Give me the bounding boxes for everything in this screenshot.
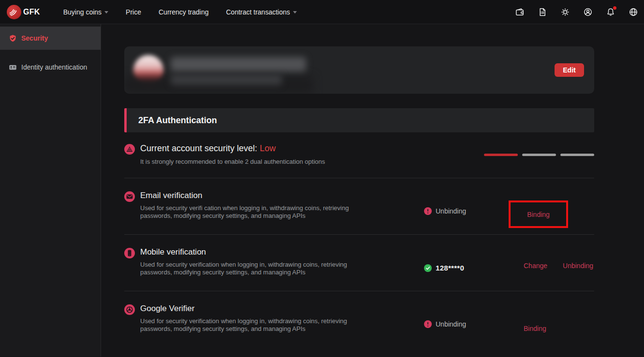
security-level-icon [124,144,135,155]
row-description: Used for security verifi cation when log… [140,204,371,220]
security-page: Edit 2FA Authentication Current account … [101,24,644,357]
theme-sun-icon[interactable] [560,7,570,17]
check-circle-icon [424,264,432,272]
google-status: Unbinding [424,304,509,328]
security-level-meter [478,132,594,178]
notifications-bell-icon[interactable] [606,7,615,17]
email-icon [124,191,135,202]
nav-contract-transactions[interactable]: Contract transactions [226,8,296,16]
chevron-down-icon [293,11,297,14]
security-level-hint: It is strongly recommended to enable 2 d… [140,158,325,165]
warning-icon [424,320,432,328]
sidebar-item-security[interactable]: Security [0,27,101,50]
email-binding-link[interactable]: Binding [527,211,550,218]
sidebar-item-label: Identity authentication [21,63,87,71]
profile-name-blurred [171,57,306,71]
email-verification-row: Email verification Used for security ver… [124,178,594,234]
masked-phone-number: 128****0 [436,264,464,272]
nav-label: Contract transactions [226,8,290,16]
id-card-icon [9,63,17,71]
navbar-actions [515,7,638,17]
security-level-row: Current account security level: Low It i… [124,132,594,178]
sidebar-item-label: Security [21,34,48,42]
chevron-down-icon [104,11,108,14]
brand[interactable]: GFK [7,5,40,19]
mobile-phone-icon [124,248,135,258]
annotation-highlight-box: Binding [509,200,568,228]
top-navbar: GFK Buying coins Price Currency trading … [0,0,644,24]
shield-check-icon [9,34,17,43]
brand-name: GFK [23,8,40,16]
notification-dot [613,6,616,10]
google-binding-link[interactable]: Binding [524,325,546,332]
google-authenticator-icon [124,304,135,315]
wallet-icon[interactable] [515,7,525,17]
sidebar: Security Identity authentication [0,24,101,357]
account-icon[interactable] [583,7,593,17]
meter-segment [560,154,594,156]
edit-button[interactable]: Edit [555,63,584,77]
security-level-title: Current account security level: Low [140,143,325,154]
meter-segment [484,154,518,156]
mobile-unbinding-link[interactable]: Unbinding [563,262,593,270]
section-title: 2FA Authentication [138,115,217,126]
row-title: Email verification [140,191,371,200]
mobile-verification-row: Mobile verification Used for security ve… [124,234,594,291]
status-text: Unbinding [436,320,466,328]
profile-card: Edit [124,46,594,94]
google-verifier-row: Google Verifier Used for security verifi… [124,291,594,347]
status-text: Unbinding [436,207,466,215]
row-title: Google Verifier [140,304,371,314]
nav-currency-trading[interactable]: Currency trading [159,8,209,16]
warning-icon [424,207,432,215]
security-level-value: Low [260,143,276,153]
nav-price[interactable]: Price [126,8,141,16]
nav-label: Buying coins [63,8,102,16]
email-status: Unbinding [424,191,509,215]
nav-label: Currency trading [159,8,209,16]
row-title: Mobile verification [140,247,371,257]
mobile-change-link[interactable]: Change [524,262,547,270]
document-icon[interactable] [538,7,547,17]
meter-segment [522,154,556,156]
nav-label: Price [126,8,141,16]
profile-id-blurred [171,74,282,85]
nav-buying-coins[interactable]: Buying coins [63,8,108,16]
main-nav: Buying coins Price Currency trading Cont… [63,8,297,16]
mobile-status: 128****0 [424,247,509,272]
sidebar-item-identity-authentication[interactable]: Identity authentication [0,56,101,79]
gfk-logo-icon [7,5,21,19]
language-globe-icon[interactable] [629,7,638,17]
twofa-section-header: 2FA Authentication [124,108,594,132]
row-description: Used for security verification when logg… [140,261,371,276]
row-description: Used for security verification when logg… [140,317,371,333]
